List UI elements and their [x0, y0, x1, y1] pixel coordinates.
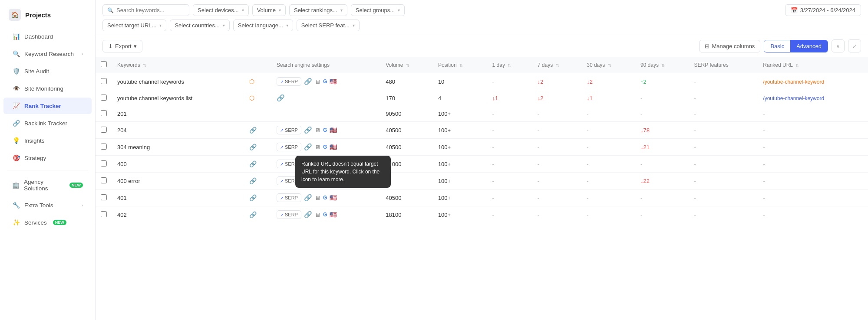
serp-features-cell: -	[689, 206, 758, 223]
dashboard-icon: 📊	[12, 33, 20, 40]
sidebar-item-backlink-tracker[interactable]: 🔗 Backlink Tracker	[3, 115, 92, 131]
link-icon[interactable]: 🔗	[249, 160, 257, 167]
row-checkbox[interactable]	[101, 211, 107, 217]
manage-columns-button[interactable]: ⊞ Manage columns	[699, 40, 760, 52]
date-range-button[interactable]: 📅 3/27/2024 - 6/24/2024	[785, 4, 861, 16]
row-checkbox[interactable]	[101, 110, 107, 116]
serp-button[interactable]: ↗ SERP	[277, 210, 301, 219]
row-checkbox[interactable]	[101, 194, 107, 200]
link-chain-icon[interactable]: 🔗	[304, 126, 312, 134]
sidebar-item-keyword-research[interactable]: 🔍 Keyword Research ›	[3, 46, 92, 62]
link-chain-icon[interactable]: 🔗	[277, 94, 285, 102]
search-engine-cell: ↗ SERP🔗🖥G🇺🇸	[271, 206, 380, 223]
th-keywords[interactable]: Keywords ⇅	[112, 57, 244, 73]
link-icon[interactable]: 🔗	[249, 127, 257, 134]
30days-cell: -	[581, 139, 635, 156]
select-serp-button[interactable]: Select SERP feat... ▾	[297, 20, 360, 31]
row-checkbox[interactable]	[101, 177, 107, 183]
link-icon[interactable]: 🔗	[249, 144, 257, 150]
select-all-checkbox[interactable]	[101, 61, 107, 67]
select-target-url-button[interactable]: Select target URL... ▾	[102, 20, 166, 31]
search-field[interactable]	[116, 7, 177, 13]
th-90days[interactable]: 90 days ⇅	[635, 57, 689, 73]
select-groups-button[interactable]: Select groups... ▾	[351, 4, 405, 16]
expand-button[interactable]: ⤢	[848, 39, 861, 52]
sidebar-item-agency-solutions[interactable]: 🏢 Agency Solutions NEW	[3, 174, 92, 196]
th-7days[interactable]: 7 days ⇅	[532, 57, 581, 73]
th-1day[interactable]: 1 day ⇅	[487, 57, 532, 73]
select-devices-button[interactable]: Select devices... ▾	[193, 4, 249, 16]
row-checkbox[interactable]	[101, 160, 107, 167]
sidebar-item-dashboard[interactable]: 📊 Dashboard	[3, 28, 92, 45]
trend-icon: ↗	[280, 162, 284, 167]
ranked-url[interactable]: /youtube-channel-keyword	[763, 79, 824, 85]
th-volume[interactable]: Volume ⇅	[380, 57, 433, 73]
th-position[interactable]: Position ⇅	[433, 57, 487, 73]
volume-cell: 90500	[380, 106, 433, 122]
keyword-cell: youtube channel keywords	[112, 73, 244, 90]
desktop-icon: 🖥	[315, 212, 320, 218]
keywords-table-wrap: Keywords ⇅ Search engine settings Volume…	[96, 57, 868, 320]
download-icon: ⬇	[108, 43, 113, 49]
volume-cell: 40500	[380, 189, 433, 206]
volume-button[interactable]: Volume ▾	[252, 4, 286, 16]
row-checkbox-cell	[96, 206, 112, 223]
select-rankings-label: Select rankings...	[294, 7, 337, 13]
select-language-button[interactable]: Select language... ▾	[233, 20, 293, 31]
sidebar-item-strategy[interactable]: 🎯 Strategy	[3, 150, 92, 166]
extra-tools-icon: 🔧	[12, 201, 20, 209]
link-chain-icon[interactable]: 🔗	[304, 78, 312, 85]
link-icon[interactable]: 🔗	[249, 177, 257, 184]
sidebar-item-site-audit[interactable]: 🛡️ Site Audit	[3, 63, 92, 79]
sidebar-item-site-monitoring[interactable]: 👁️ Site Monitoring	[3, 80, 92, 97]
sidebar-item-rank-tracker[interactable]: 📈 Rank Tracker	[3, 98, 92, 114]
sidebar-item-extra-tools[interactable]: 🔧 Extra Tools ›	[3, 197, 92, 213]
serp-features-cell: -	[689, 122, 758, 139]
ranked-url-cell: -	[758, 122, 868, 139]
link-icon[interactable]: 🔗	[249, 194, 257, 201]
th-30days[interactable]: 30 days ⇅	[581, 57, 635, 73]
table-row: 400 error🔗↗ SERP🔗🖥G🇺🇸0100+---↓22--	[96, 173, 868, 189]
columns-icon: ⊞	[705, 43, 710, 49]
1day-cell: -	[487, 156, 532, 173]
link-chain-icon[interactable]: 🔗	[304, 194, 312, 202]
select-rankings-button[interactable]: Select rankings... ▾	[289, 4, 347, 16]
serp-button[interactable]: ↗ SERP	[277, 77, 301, 86]
collapse-button[interactable]: ∧	[832, 39, 845, 52]
tooltip: Ranked URL doesn't equal target URL for …	[295, 156, 391, 188]
serp-button[interactable]: ↗ SERP	[277, 143, 301, 151]
row-checkbox-cell	[96, 73, 112, 90]
export-button[interactable]: ⬇ Export ▾	[102, 40, 142, 52]
row-checkbox[interactable]	[101, 144, 107, 150]
search-keywords-input[interactable]: 🔍	[102, 4, 189, 16]
link-icon[interactable]: ⬡	[249, 78, 254, 85]
1day-cell: -	[487, 173, 532, 189]
link-chain-icon[interactable]: 🔗	[304, 143, 312, 151]
row-checkbox[interactable]	[101, 95, 107, 101]
1day-cell: -	[487, 106, 532, 122]
link-icon-cell: 🔗	[244, 206, 271, 223]
row-checkbox[interactable]	[101, 127, 107, 133]
volume-cell: 170	[380, 90, 433, 106]
row-checkbox[interactable]	[101, 78, 107, 84]
sidebar-item-label: Site Monitoring	[24, 85, 63, 92]
link-chain-icon[interactable]: 🔗	[304, 211, 312, 219]
desktop-icon: 🖥	[315, 144, 320, 150]
select-countries-button[interactable]: Select countries... ▾	[170, 20, 229, 31]
keyword-cell: 401	[112, 189, 244, 206]
position-cell: 100+	[433, 206, 487, 223]
sidebar-item-services[interactable]: ✨ Services NEW	[3, 214, 92, 231]
basic-view-button[interactable]: Basic	[764, 40, 790, 52]
link-icon[interactable]: ⬡	[249, 95, 254, 101]
row-checkbox-cell	[96, 122, 112, 139]
sidebar-item-insights[interactable]: 💡 Insights	[3, 132, 92, 149]
link-icon[interactable]: 🔗	[249, 211, 257, 218]
ranked-url[interactable]: /youtube-channel-keyword	[763, 95, 824, 101]
advanced-view-button[interactable]: Advanced	[790, 40, 828, 52]
serp-button[interactable]: ↗ SERP	[277, 126, 301, 134]
th-ranked-url[interactable]: Ranked URL ⇅	[758, 57, 868, 73]
keywords-col-label: Keywords	[117, 62, 140, 68]
serp-button[interactable]: ↗ SERP	[277, 193, 301, 202]
select-serp-label: Select SERP feat...	[301, 22, 350, 29]
table-row: youtube channel keywords list⬡🔗1704↓1↓2↓…	[96, 90, 868, 106]
